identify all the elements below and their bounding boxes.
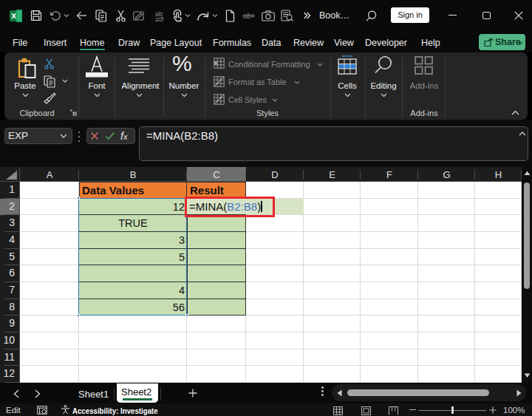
svg-text:ab: ab (155, 10, 163, 18)
